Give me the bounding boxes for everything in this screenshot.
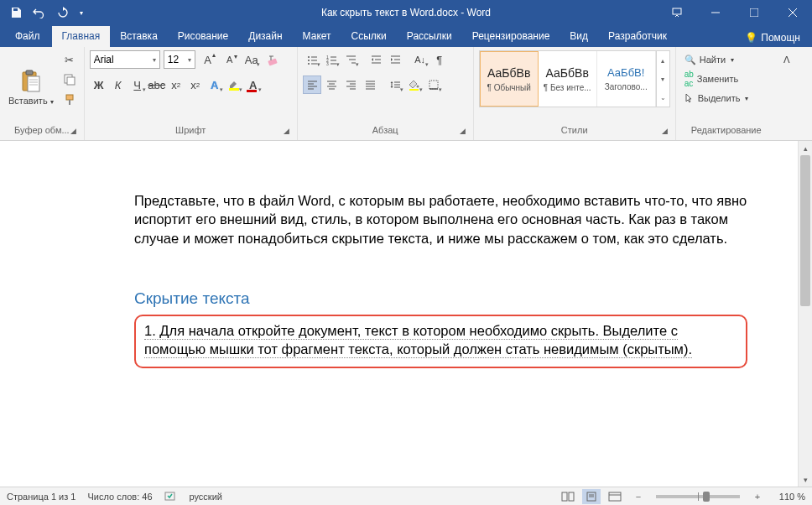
view-read-button[interactable] (559, 489, 577, 504)
multilevel-list-button[interactable] (341, 50, 360, 69)
ribbon-options-button[interactable] (658, 0, 696, 25)
tab-draw[interactable]: Рисование (168, 26, 238, 47)
styles-gallery-more[interactable]: ▴▾⌄ (656, 51, 669, 107)
group-styles: АаБбВв ¶ Обычный АаБбВв ¶ Без инте... Аа… (474, 47, 676, 140)
zoom-in-button[interactable]: + (748, 489, 767, 504)
document-area: Представьте, что в файл Word, с которым … (0, 141, 812, 487)
font-name-select[interactable]: Arial▾ (90, 50, 160, 69)
view-print-button[interactable] (582, 489, 601, 504)
superscript-button[interactable]: x2 (186, 75, 205, 94)
replace-button[interactable]: abac Заменить (681, 70, 752, 88)
document-scroll[interactable]: Представьте, что в файл Word, с которым … (0, 141, 798, 487)
svg-rect-0 (673, 8, 681, 14)
tab-file[interactable]: Файл (3, 26, 52, 47)
bullets-button[interactable] (303, 50, 321, 69)
heading-hide-text[interactable]: Скрытие текста (134, 289, 747, 308)
shrink-font-button[interactable]: A▾ (221, 50, 239, 69)
increase-indent-button[interactable] (386, 50, 404, 69)
tab-layout[interactable]: Макет (293, 26, 341, 47)
status-language[interactable]: русский (190, 492, 222, 502)
subscript-button[interactable]: x2 (167, 75, 185, 94)
font-size-select[interactable]: 12▾ (164, 50, 195, 69)
search-icon: 🔍 (684, 55, 696, 65)
grow-font-button[interactable]: A▴ (199, 50, 217, 69)
clear-formatting-button[interactable] (264, 50, 283, 69)
qat-customize-button[interactable]: ▾ (75, 3, 87, 23)
align-left-button[interactable] (303, 75, 321, 94)
scroll-down-button[interactable]: ▾ (799, 472, 812, 487)
borders-button[interactable] (424, 75, 443, 94)
highlight-button[interactable] (225, 75, 243, 94)
window-controls (658, 0, 812, 25)
tab-design[interactable]: Дизайн (238, 26, 292, 47)
close-button[interactable] (773, 0, 812, 25)
svg-rect-62 (429, 81, 438, 89)
copy-button[interactable] (60, 70, 79, 89)
tab-home[interactable]: Главная (52, 26, 111, 47)
svg-rect-66 (569, 492, 574, 501)
status-word-count[interactable]: Число слов: 46 (87, 492, 152, 502)
find-button[interactable]: 🔍 Найти ▾ (681, 50, 752, 69)
svg-rect-61 (409, 89, 419, 91)
underline-button[interactable]: Ч (128, 75, 147, 94)
zoom-slider[interactable] (656, 495, 740, 498)
zoom-level[interactable]: 110 % (772, 492, 805, 502)
tab-insert[interactable]: Вставка (110, 26, 168, 47)
select-button[interactable]: Выделить ▾ (681, 89, 752, 107)
redo-button[interactable] (52, 3, 74, 23)
scroll-track[interactable] (799, 155, 812, 472)
styles-launcher[interactable]: ◢ (662, 127, 674, 138)
sort-button[interactable]: A↓ (411, 50, 429, 69)
justify-button[interactable] (361, 75, 379, 94)
view-web-button[interactable] (606, 489, 624, 504)
format-painter-button[interactable] (60, 91, 79, 109)
font-color-button[interactable]: A (244, 75, 263, 94)
paragraph-step1[interactable]: 1. Для начала откройте документ, текст в… (144, 321, 737, 359)
cut-button[interactable]: ✂ (60, 50, 79, 69)
shading-button[interactable] (405, 75, 424, 94)
paragraph-intro[interactable]: Представьте, что в файл Word, с которым … (134, 191, 747, 247)
maximize-button[interactable] (735, 0, 773, 25)
undo-button[interactable] (29, 3, 50, 23)
vertical-scrollbar[interactable]: ▴ ▾ (798, 141, 812, 487)
status-page[interactable]: Страница 1 из 1 (7, 492, 75, 502)
style-no-spacing[interactable]: АаБбВв ¶ Без инте... (539, 51, 597, 107)
tab-review[interactable]: Рецензирование (462, 26, 560, 47)
quick-access-toolbar: ▾ (0, 3, 87, 23)
align-center-button[interactable] (322, 75, 341, 94)
group-label-editing: Редактирование (681, 123, 772, 138)
clipboard-launcher[interactable]: ◢ (70, 127, 82, 138)
change-case-button[interactable]: Aa (242, 50, 261, 69)
bold-button[interactable]: Ж (90, 75, 108, 94)
minimize-button[interactable] (696, 0, 735, 25)
font-launcher[interactable]: ◢ (284, 127, 295, 138)
style-normal[interactable]: АаБбВв ¶ Обычный (480, 51, 539, 107)
style-heading1[interactable]: АаБбВ! Заголово... (597, 51, 656, 107)
tell-me-button[interactable]: 💡 Помощн (740, 29, 805, 47)
group-clipboard: Вставить ▾ ✂ Буфер обм... ◢ (0, 47, 85, 140)
paste-button[interactable]: Вставить ▾ (5, 50, 57, 123)
group-editing: 🔍 Найти ▾ abac Заменить Выделить ▾ Редак… (676, 47, 777, 140)
tab-mailings[interactable]: Рассылки (397, 26, 462, 47)
paragraph-launcher[interactable]: ◢ (460, 127, 471, 138)
scroll-up-button[interactable]: ▴ (799, 141, 812, 155)
svg-rect-7 (28, 76, 39, 91)
tab-view[interactable]: Вид (560, 26, 598, 47)
tab-references[interactable]: Ссылки (341, 26, 397, 47)
strikethrough-button[interactable]: abc (148, 75, 166, 94)
spellcheck-icon[interactable] (164, 491, 178, 502)
italic-button[interactable]: К (109, 75, 128, 94)
group-font: Arial▾ 12▾ A▴ A▾ Aa Ж К Ч abc x2 x2 A A … (85, 47, 298, 140)
zoom-out-button[interactable]: − (629, 489, 648, 504)
text-effects-button[interactable]: A (206, 75, 224, 94)
scroll-thumb[interactable] (800, 155, 810, 306)
tab-developer[interactable]: Разработчик (598, 26, 677, 47)
numbering-button[interactable]: 123 (322, 50, 341, 69)
show-marks-button[interactable]: ¶ (430, 50, 449, 69)
align-right-button[interactable] (341, 75, 360, 94)
save-button[interactable] (5, 3, 27, 23)
line-spacing-button[interactable] (386, 75, 404, 94)
decrease-indent-button[interactable] (367, 50, 385, 69)
svg-rect-12 (67, 77, 75, 85)
collapse-ribbon-button[interactable]: ᐱ (778, 50, 796, 69)
